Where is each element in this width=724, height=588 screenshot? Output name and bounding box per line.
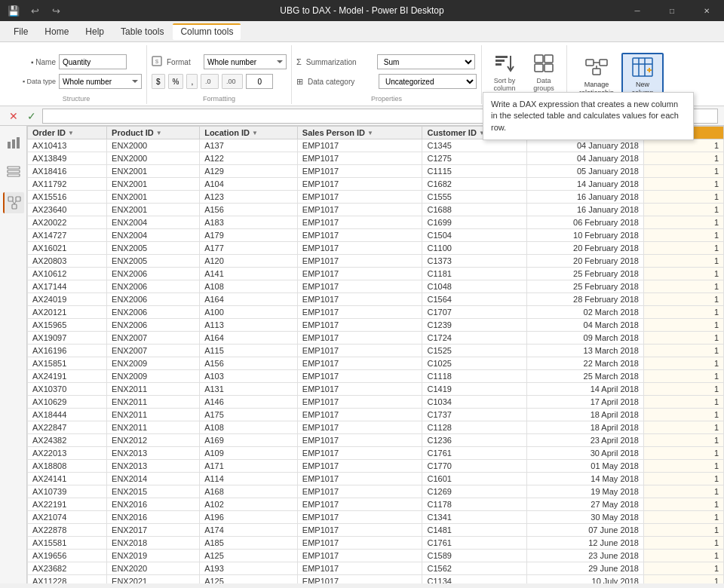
menu-table-tools[interactable]: Table tools xyxy=(113,23,171,40)
table-cell: A129 xyxy=(200,165,298,178)
product-id-filter-icon[interactable]: ▼ xyxy=(156,130,162,136)
table-cell: A168 xyxy=(200,485,298,498)
col-header-location-id[interactable]: Location ID ▼ xyxy=(200,127,298,139)
report-view-icon[interactable] xyxy=(3,132,24,153)
datacategory-select[interactable]: Uncategorized Address City Country xyxy=(379,74,477,89)
data-grid-container[interactable]: Order ID ▼ Product ID ▼ Location ID xyxy=(27,126,724,583)
table-cell: EMP1017 xyxy=(297,460,422,473)
table-cell: 1 xyxy=(643,319,723,332)
close-btn[interactable]: ✕ xyxy=(689,0,724,21)
table-row: AX24141ENX2014A114EMP1017C160114 May 201… xyxy=(28,473,724,485)
table-cell: EMP1017 xyxy=(297,524,422,537)
svg-rect-8 xyxy=(535,55,543,63)
table-cell: C1269 xyxy=(422,485,526,498)
table-cell: ENX2000 xyxy=(107,152,200,165)
table-cell: 30 May 2018 xyxy=(526,511,643,524)
table-cell: 1 xyxy=(643,242,723,255)
table-row: AX15851ENX2009A156EMP1017C102522 March 2… xyxy=(28,357,724,370)
table-row: AX14727ENX2004A179EMP1017C150410 Februar… xyxy=(28,229,724,242)
table-cell: ENX2020 xyxy=(107,562,200,575)
table-cell: C1724 xyxy=(422,332,526,345)
data-view-icon[interactable] xyxy=(3,162,24,183)
table-cell: 20 February 2018 xyxy=(526,242,643,255)
table-cell: ENX2018 xyxy=(107,537,200,550)
menu-home[interactable]: Home xyxy=(37,23,76,40)
formula-confirm-btn[interactable]: ✓ xyxy=(24,110,39,122)
table-cell: ENX2006 xyxy=(107,319,200,332)
table-row: AX24191ENX2009A103EMP1017C111825 March 2… xyxy=(28,370,724,383)
table-cell: AX16196 xyxy=(28,345,107,357)
name-input[interactable] xyxy=(59,54,127,69)
decimal-dec-btn[interactable]: .00 xyxy=(222,74,243,89)
table-cell: AX22013 xyxy=(28,447,107,460)
table-cell: ENX2000 xyxy=(107,139,200,152)
table-cell: A125 xyxy=(200,550,298,562)
table-cell: A164 xyxy=(200,293,298,306)
table-cell: 13 March 2018 xyxy=(526,345,643,357)
data-groups-btn[interactable]: Datagroups xyxy=(526,48,562,95)
table-cell: AX11228 xyxy=(28,575,107,584)
table-row: AX22191ENX2016A102EMP1017C117827 May 201… xyxy=(28,498,724,511)
sales-person-id-filter-icon[interactable]: ▼ xyxy=(367,130,373,136)
table-cell: A102 xyxy=(200,498,298,511)
table-row: AX18416ENX2001A129EMP1017C111505 January… xyxy=(28,165,724,178)
currency-btn[interactable]: $ xyxy=(152,74,165,89)
comma-btn[interactable]: , xyxy=(186,74,198,89)
col-header-sales-person-id[interactable]: Sales Person ID ▼ xyxy=(297,127,422,139)
col-header-order-id[interactable]: Order ID ▼ xyxy=(28,127,107,139)
table-cell: 27 May 2018 xyxy=(526,498,643,511)
decimal-inc-btn[interactable]: .0 xyxy=(201,74,219,89)
name-label: ▪ Name xyxy=(11,58,56,66)
table-cell: A193 xyxy=(200,562,298,575)
menu-column-tools[interactable]: Column tools xyxy=(173,23,241,40)
table-cell: 07 June 2018 xyxy=(526,524,643,537)
table-cell: 1 xyxy=(643,370,723,383)
table-cell: 1 xyxy=(643,550,723,562)
table-cell: C1178 xyxy=(422,498,526,511)
properties-fields: Σ Summarization Sum Average Count Min Ma… xyxy=(296,48,477,95)
table-row: AX22847ENX2011A108EMP1017C112818 April 2… xyxy=(28,421,724,434)
location-id-filter-icon[interactable]: ▼ xyxy=(252,130,258,136)
table-cell: 1 xyxy=(643,524,723,537)
menu-file[interactable]: File xyxy=(6,23,35,40)
svg-rect-23 xyxy=(8,142,11,149)
table-cell: 25 February 2018 xyxy=(526,280,643,293)
menu-help[interactable]: Help xyxy=(78,23,112,40)
svg-rect-11 xyxy=(545,64,553,72)
table-cell: C1481 xyxy=(422,524,526,537)
table-cell: 29 June 2018 xyxy=(526,562,643,575)
formula-cancel-btn[interactable]: ✕ xyxy=(6,110,21,122)
table-row: AX10612ENX2006A141EMP1017C118125 Februar… xyxy=(28,268,724,280)
sort-by-column-btn[interactable]: Sort bycolumn xyxy=(486,48,523,95)
datatype-select[interactable]: Whole number Decimal number Text Date xyxy=(59,74,142,89)
model-view-icon[interactable] xyxy=(3,192,24,213)
table-cell: C1761 xyxy=(422,537,526,550)
table-cell: 1 xyxy=(643,152,723,165)
format-buttons-row: $ % , .0 .00 xyxy=(152,73,287,90)
save-icon[interactable]: 💾 xyxy=(6,3,21,18)
redo-icon[interactable]: ↪ xyxy=(48,3,63,18)
maximize-btn[interactable]: □ xyxy=(655,0,689,21)
col-header-product-id[interactable]: Product ID ▼ xyxy=(107,127,200,139)
table-row: AX18444ENX2011A175EMP1017C173718 April 2… xyxy=(28,409,724,421)
table-cell: A104 xyxy=(200,178,298,191)
table-cell: ENX2007 xyxy=(107,345,200,357)
table-cell: AX13849 xyxy=(28,152,107,165)
order-id-filter-icon[interactable]: ▼ xyxy=(68,130,74,136)
undo-icon[interactable]: ↩ xyxy=(27,3,42,18)
table-cell: C1562 xyxy=(422,562,526,575)
table-cell: EMP1017 xyxy=(297,345,422,357)
percent-btn[interactable]: % xyxy=(168,74,184,89)
summarization-select[interactable]: Sum Average Count Min Max None xyxy=(377,54,475,69)
format-select[interactable]: Whole number Decimal Currency xyxy=(204,54,287,69)
table-row: AX15516ENX2001A123EMP1017C155516 January… xyxy=(28,191,724,204)
table-cell: EMP1017 xyxy=(297,204,422,216)
decimal-places-input[interactable] xyxy=(246,74,273,89)
minimize-btn[interactable]: ─ xyxy=(620,0,655,21)
table-cell: 1 xyxy=(643,332,723,345)
table-cell: AX19097 xyxy=(28,332,107,345)
table-row: AX23640ENX2001A156EMP1017C168816 January… xyxy=(28,204,724,216)
table-cell: AX11792 xyxy=(28,178,107,191)
table-cell: EMP1017 xyxy=(297,178,422,191)
table-cell: 1 xyxy=(643,396,723,409)
